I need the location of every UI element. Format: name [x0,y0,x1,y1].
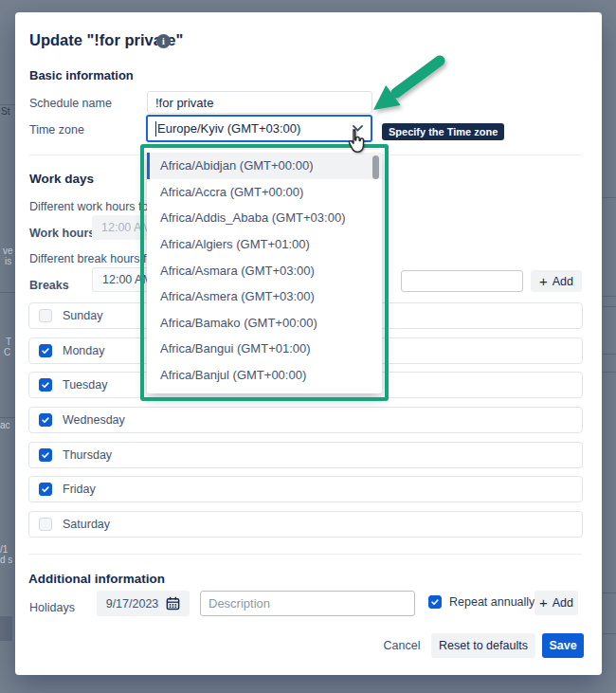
work-day-row: Wednesday [28,407,583,433]
day-label: Wednesday [63,413,125,427]
timezone-dropdown: Africa/Abidjan (GMT+00:00)Africa/Accra (… [147,150,382,393]
info-icon[interactable]: i [156,34,171,48]
breaks-start-value: 12:00 AM [102,273,153,286]
backdrop-line [603,354,616,355]
annotation-tooltip: Specify the Time zone [382,123,504,140]
repeat-annually-label: Repeat annually [449,595,534,609]
save-button[interactable]: Save [542,633,584,658]
backdrop-line [603,197,616,198]
day-checkbox[interactable] [39,309,52,322]
breaks-description-input[interactable] [401,270,523,292]
timezone-option[interactable]: Africa/Bamako (GMT+00:00) [147,310,382,337]
text-caret [155,121,156,137]
backdrop-text-fragment: C [4,347,10,357]
holidays-label: Holidays [29,601,75,614]
holidays-add-label: Add [553,596,573,610]
timezone-dropdown-list: Africa/Abidjan (GMT+00:00)Africa/Accra (… [147,153,382,388]
day-label: Sunday [63,309,102,322]
day-checkbox[interactable] [39,378,52,392]
breaks-add-button[interactable]: + Add [531,270,582,292]
backdrop-line [603,372,616,373]
different-break-hours-label: Different break hours for [29,252,157,265]
backdrop-text-fragment: is [5,256,11,266]
timezone-option[interactable]: Africa/Bangui (GMT+01:00) [147,336,382,362]
work-days-heading: Work days [29,172,94,186]
day-label: Thursday [63,448,112,462]
time-zone-value: Europe/Kyiv (GMT+03:00) [157,121,300,136]
different-work-hours-label: Different work hours for [29,200,153,213]
work-day-row: Friday [28,476,583,502]
holiday-description-input[interactable] [200,591,415,616]
timezone-option[interactable]: Africa/Addis_Ababa (GMT+03:00) [147,205,382,231]
repeat-annually-checkbox[interactable] [428,595,442,609]
backdrop-text-fragment: ve [3,246,13,256]
annotation-arrow-icon [360,44,455,119]
backdrop-chip [0,616,12,641]
work-hours-start-value: 12:00 AM [101,221,152,234]
divider [29,554,582,555]
timezone-option[interactable]: Africa/Accra (GMT+00:00) [147,179,382,206]
day-label: Saturday [63,518,110,531]
holidays-add-button[interactable]: + Add [534,591,578,615]
timezone-option[interactable]: Africa/Asmera (GMT+03:00) [147,283,382,310]
holiday-date-value: 9/17/2023 [106,597,159,611]
day-label: Tuesday [63,378,107,392]
day-checkbox[interactable] [39,483,52,496]
backdrop-text-fragment: /1 [0,544,8,555]
schedule-name-input[interactable] [147,91,372,114]
timezone-option[interactable]: Africa/Asmara (GMT+03:00) [147,257,382,283]
basic-information-heading: Basic information [29,68,134,82]
backdrop-line [603,633,616,634]
plus-icon: + [539,274,548,288]
additional-information-heading: Additional information [28,572,165,586]
breaks-add-label: Add [553,275,573,288]
day-label: Friday [63,483,96,496]
cancel-button[interactable]: Cancel [378,633,426,658]
backdrop-line [603,306,616,307]
day-checkbox[interactable] [39,344,52,357]
timezone-option[interactable]: Africa/Algiers (GMT+01:00) [147,231,382,258]
calendar-icon [166,596,180,611]
timezone-option[interactable]: Africa/Banjul (GMT+00:00) [147,362,382,389]
day-label: Monday [63,344,104,357]
backdrop-line [0,104,15,105]
time-zone-select[interactable]: Europe/Kyiv (GMT+03:00) [146,115,372,142]
backdrop-text-fragment: St [1,106,9,117]
page-backdrop: StveisTCac/1d s Update "!for private" i … [0,0,616,693]
holiday-date-picker[interactable]: 9/17/2023 [97,591,190,616]
time-zone-label: Time zone [29,123,84,137]
backdrop-text-fragment: T [6,337,11,347]
reset-to-defaults-button[interactable]: Reset to defaults [431,633,535,658]
work-hours-label: Work hours [29,227,95,240]
backdrop-line [603,593,616,593]
hand-cursor-icon [343,126,369,157]
backdrop-text-fragment: ac [0,420,10,430]
backdrop-line [0,417,15,418]
day-checkbox[interactable] [39,448,52,462]
breaks-label: Breaks [29,279,69,292]
plus-icon: + [539,595,548,610]
schedule-name-label: Schedule name [29,97,112,110]
backdrop-line [0,292,15,293]
work-day-row: Saturday [28,511,583,538]
dropdown-scrollbar-thumb[interactable] [372,155,379,179]
backdrop-line [603,296,616,297]
work-day-row: Thursday [28,442,583,468]
day-checkbox[interactable] [39,518,52,531]
backdrop-text-fragment: d s [0,555,12,565]
day-checkbox[interactable] [39,413,52,427]
